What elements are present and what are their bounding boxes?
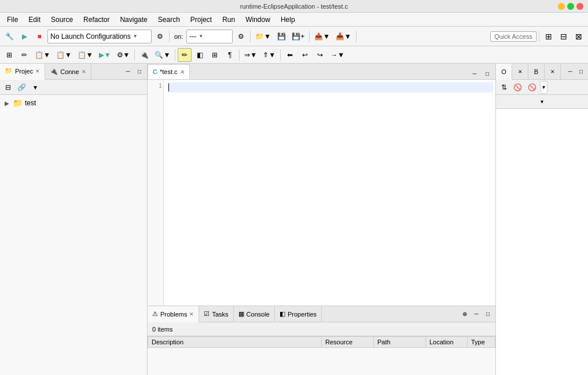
- menu-window[interactable]: Window: [241, 14, 275, 25]
- target-dropdown[interactable]: --- ▼: [186, 30, 233, 43]
- tool2-fwd[interactable]: ↪: [313, 48, 327, 62]
- stop-button[interactable]: ■: [32, 30, 46, 43]
- tool2-11[interactable]: ⊞: [208, 48, 222, 62]
- menu-help[interactable]: Help: [276, 14, 300, 25]
- right-panel-close-build[interactable]: ✕: [545, 64, 561, 80]
- launch-config-dropdown[interactable]: No Launch Configurations ▼: [47, 30, 152, 43]
- tab-tasks[interactable]: ☑ Tasks: [199, 306, 233, 322]
- tool2-8[interactable]: 🔌: [137, 48, 151, 62]
- outline-tab-label: O: [501, 68, 506, 75]
- target-settings-button[interactable]: ⚙: [234, 30, 248, 43]
- menu-edit[interactable]: Edit: [24, 14, 45, 25]
- editor-content[interactable]: [166, 80, 495, 306]
- right-panel-minimize-button[interactable]: ─: [565, 67, 575, 77]
- left-panel-minimize-button[interactable]: ─: [123, 67, 133, 77]
- right-sort-button[interactable]: ⇅: [498, 82, 510, 93]
- tab-properties[interactable]: ◧ Properties: [275, 306, 322, 322]
- tab-build[interactable]: B: [528, 64, 545, 80]
- perspective-btn-3[interactable]: ⊠: [572, 30, 586, 43]
- tool2-1[interactable]: ⊞: [2, 48, 16, 62]
- connect-tab-label: Conne: [60, 68, 79, 75]
- view-menu-button[interactable]: ▾: [30, 82, 41, 93]
- tool2-14[interactable]: ⬅: [283, 48, 297, 62]
- tool2-4[interactable]: 📋▼: [54, 48, 74, 62]
- save-button[interactable]: 💾: [274, 30, 288, 43]
- right-panel-tabs: O ✕ B ✕ ─ □: [496, 64, 588, 80]
- on-label: on:: [172, 33, 185, 40]
- right-filter2-button[interactable]: 🚫: [525, 82, 539, 93]
- tool2-pilcrow[interactable]: ¶: [223, 48, 237, 62]
- bottom-expand-button[interactable]: ⊕: [460, 309, 470, 319]
- current-line: [168, 82, 493, 93]
- launch-config-arrow-icon: ▼: [133, 34, 138, 39]
- bottom-tab-actions: ⊕ ─ □: [460, 309, 495, 319]
- maximize-button[interactable]: [567, 3, 574, 10]
- tool-btn-a[interactable]: 📤▼: [312, 30, 332, 43]
- perspective-btn-2[interactable]: ⊟: [557, 30, 571, 43]
- bottom-tabs-bar: ⚠ Problems ✕ ☑ Tasks ▦ Console ◧ Propert…: [148, 306, 495, 322]
- collapse-all-button[interactable]: ⊟: [2, 82, 14, 93]
- close-button[interactable]: [576, 3, 583, 10]
- tab-connections[interactable]: 🔌 Conne ✕: [45, 64, 91, 80]
- bottom-minimize-button[interactable]: ─: [471, 309, 482, 319]
- tool2-15[interactable]: →▼: [328, 48, 347, 62]
- editor-area[interactable]: 1: [148, 80, 495, 306]
- tool2-7[interactable]: ⚙▼: [115, 48, 133, 62]
- quick-access-field[interactable]: Quick Access: [490, 31, 536, 42]
- editor-tab-close-icon[interactable]: ✕: [180, 69, 185, 75]
- menu-source[interactable]: Source: [46, 14, 78, 25]
- tool2-2[interactable]: ✏: [17, 48, 31, 62]
- launch-config-settings-button[interactable]: ⚙: [153, 30, 167, 43]
- right-panel-maximize-button[interactable]: □: [576, 67, 586, 77]
- tool2-12[interactable]: ⇒▼: [242, 48, 259, 62]
- tool2-pencil[interactable]: ✏: [178, 48, 192, 62]
- tool2-back[interactable]: ↩: [298, 48, 312, 62]
- editor-tab-test-c[interactable]: C *test.c ✕: [148, 64, 190, 79]
- quick-access-label: Quick Access: [494, 33, 532, 40]
- view-dropdown-arrow-icon: ▾: [542, 84, 545, 90]
- items-count-label: 0 items: [152, 326, 172, 333]
- editor-maximize-button[interactable]: □: [482, 68, 493, 79]
- menu-navigate[interactable]: Navigate: [115, 14, 152, 25]
- properties-icon: ◧: [280, 310, 285, 318]
- right-panel-view-dropdown[interactable]: ▾: [540, 81, 547, 94]
- link-editor-button[interactable]: 🔗: [15, 82, 28, 93]
- project-tab-close-icon[interactable]: ✕: [35, 68, 40, 74]
- right-filter-button[interactable]: 🚫: [511, 82, 524, 93]
- tool-btn-b[interactable]: 📥▼: [333, 30, 354, 43]
- tab-console[interactable]: ▦ Console: [234, 306, 275, 322]
- menu-project[interactable]: Project: [186, 14, 216, 25]
- right-sub-btn[interactable]: ▾: [537, 97, 547, 107]
- tab-outline[interactable]: O: [496, 64, 512, 80]
- connect-tab-close-icon[interactable]: ✕: [82, 69, 86, 75]
- tool2-13[interactable]: ⇑▼: [260, 48, 278, 62]
- new-button[interactable]: 📁▼: [253, 30, 273, 43]
- editor-minimize-button[interactable]: ─: [469, 68, 480, 79]
- minimize-button[interactable]: [558, 3, 565, 10]
- target-arrow-icon: ▼: [199, 34, 203, 39]
- perspective-btn-1[interactable]: ⊞: [542, 30, 556, 43]
- save-all-button[interactable]: 💾+: [289, 30, 307, 43]
- tree-item-test[interactable]: ▶ 📁 test: [2, 97, 145, 109]
- bottom-maximize-button[interactable]: □: [483, 309, 493, 319]
- col-resource: Resource: [322, 337, 374, 348]
- tool2-10[interactable]: ◧: [193, 48, 207, 62]
- left-panel-maximize-button[interactable]: □: [134, 67, 145, 77]
- tab-problems[interactable]: ⚠ Problems ✕: [148, 306, 199, 322]
- run-button[interactable]: ▶: [17, 30, 31, 43]
- tool2-6[interactable]: ▶▼: [97, 48, 113, 62]
- tool-button-1[interactable]: 🔧: [2, 30, 16, 43]
- menu-run[interactable]: Run: [218, 14, 240, 25]
- titlebar: runtime-EclipseApplication - test/test.c: [0, 0, 588, 13]
- menu-search[interactable]: Search: [153, 14, 185, 25]
- tool2-3[interactable]: 📋▼: [32, 48, 53, 62]
- menu-file[interactable]: File: [2, 14, 23, 25]
- tool2-9[interactable]: 🔍▼: [152, 48, 172, 62]
- tool2-5[interactable]: 📋▼: [75, 48, 95, 62]
- editor-tabs: C *test.c ✕ ─ □: [148, 64, 495, 80]
- tab-project-explorer[interactable]: 📁 Projec ✕: [0, 64, 45, 80]
- menu-refactor[interactable]: Refactor: [79, 14, 114, 25]
- right-panel-close-outline[interactable]: ✕: [512, 64, 528, 80]
- right-panel-toolbar: ⇅ 🚫 🚫 ▾: [496, 80, 588, 95]
- problems-tab-close-icon[interactable]: ✕: [189, 311, 194, 317]
